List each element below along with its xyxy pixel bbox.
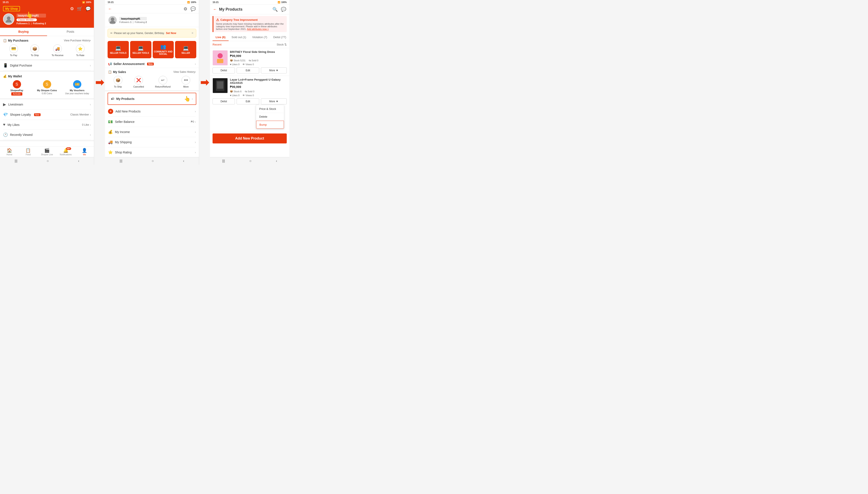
set-now-link[interactable]: Set Now [166,32,176,35]
sys-menu-icon[interactable]: ||| [11,158,22,164]
sys-back-icon-2[interactable]: ‹ [179,158,188,164]
sold-stat-1: 🛍 Sold 0 [249,59,258,62]
tab-live[interactable]: Live (6) [213,34,229,41]
chat-icon-2[interactable]: 💬 [191,6,196,12]
phone-2: 15:21 📶 100% ← ⚙ 💬 laaayshapping91 Follo… [105,0,199,165]
sort-recent-button[interactable]: Recent [213,43,221,46]
add-new-product-button[interactable]: Add New Product [213,133,287,144]
chat-icon[interactable]: 💬 [86,6,91,11]
my-wallet-section: 💰 My Wallet S ShopeePay Activate S My Sh… [0,72,94,99]
nav-shopee-live[interactable]: 🎬 Shopee Live [37,148,56,156]
shopee-coins-item[interactable]: S My Shopee Coins 0.00 Coins [33,80,61,96]
settings-icon-2[interactable]: ⚙ [183,6,187,12]
seller-announcement[interactable]: 📢 Seller Announcement New › [105,60,199,68]
view-sales-history-link[interactable]: View Sales History › [173,71,196,73]
add-icon: + [108,109,113,114]
more-sales-button[interactable]: ••• More [182,76,190,88]
delist-button-1[interactable]: Delist [213,68,235,73]
svg-rect-7 [217,81,223,89]
view-purchase-history-link[interactable]: View Purchase History › [64,39,91,42]
status-time-3: 15:21 [213,1,219,3]
seller-balance-item[interactable]: 💵 Seller Balance ₱0 › [108,117,196,127]
delist-button-2[interactable]: Delist [213,98,235,104]
to-ship-button[interactable]: 📦 To Ship [30,44,39,57]
member-badge: Classic Member › [17,18,37,21]
add-new-products-item[interactable]: + Add New Products › [108,106,196,117]
nav-me[interactable]: 👤 Me [75,148,94,156]
phone-1: 15:21 📶 100% My Shop ⚙ 🛒 💬 👆 laaayshappi… [0,0,94,165]
back-icon-3[interactable]: ← [213,7,217,12]
my-vouchers-item[interactable]: 🎫 My Vouchers Use your vouchers today [63,80,91,96]
bump-option[interactable]: Bump [256,121,284,129]
sys-home-icon[interactable]: ○ [42,158,53,164]
stock-stat-2: 📦 Stock 6 [230,90,241,93]
to-rate-button[interactable]: ⭐ To Rate [76,44,85,57]
tool-card-1[interactable]: 💻 SELLER TOOLS [108,41,129,58]
to-ship-icon: 📦 [30,44,39,53]
my-likes-item[interactable]: ♥ My Likes 0 Like › [3,120,91,130]
sort-stock-button[interactable]: Stock ⇅ [276,43,287,46]
products-icon: 🏷 [111,97,114,100]
sys-home-icon-3[interactable]: ○ [245,158,256,164]
my-shop-button[interactable]: My Shop [3,6,20,11]
nav-notifications[interactable]: 🔔 99+ Notifications [56,148,75,156]
more-button-1[interactable]: More ▼ [261,68,287,73]
recently-viewed-icon: 🕐 [3,132,8,137]
price-stock-option[interactable]: Price & Stock [256,105,284,113]
likes-icon-1: ♥ [230,63,231,65]
return-refund-button[interactable]: ↩ Return/Refund [155,76,171,88]
delete-option[interactable]: Delete [256,113,284,121]
back-icon[interactable]: ← [108,7,112,11]
nav-home[interactable]: 🏠 Home [0,148,19,156]
chat-icon-3[interactable]: 💬 [281,7,286,12]
sys-back-icon[interactable]: ‹ [74,158,84,164]
tool-card-4[interactable]: 💻 SELLER [175,41,196,58]
tab-delist[interactable]: Delist (77) [270,34,289,41]
more-button-2[interactable]: More ▼ [261,98,287,104]
search-icon[interactable]: 🔍 [272,7,278,12]
to-ship-sales-button[interactable]: 📦 To Ship [114,76,122,88]
to-pay-icon: 💳 [9,44,18,53]
home-icon: 🏠 [7,148,12,153]
edit-button-1[interactable]: Edit [237,68,259,73]
close-banner-button[interactable]: × [192,31,194,35]
cart-icon[interactable]: 🛒 [77,6,83,11]
digital-purchase-item[interactable]: 📱 Digital Purchase › [3,60,91,71]
tab-buying[interactable]: Buying [0,28,47,36]
add-attributes-link[interactable]: Add attributes now > [247,28,269,30]
recently-viewed-item[interactable]: 🕐 Recently Viewed › [3,130,91,140]
sys-home-icon-2[interactable]: ○ [147,158,158,164]
activate-button[interactable]: Activate [11,92,22,96]
profile-area: laaayshapping91 Classic Member › Followe… [0,14,94,28]
rating-icon: ⭐ [108,150,113,155]
tool-card-3[interactable]: 👥 COMMUNITY AND SOCIAL [153,41,174,58]
product-item-1: BRITNEY Floral Side String Dress ₱99,999… [210,48,289,76]
to-receive-button[interactable]: 🚚 To Receive [52,44,63,57]
my-income-item[interactable]: 💰 My Income › [108,127,196,137]
follower-info-2: Followers 1 | Following 2 [119,21,147,23]
shopeepay-item[interactable]: S ShopeePay Activate [3,80,31,96]
sold-stat-2: 🛍 Sold 0 [245,90,254,93]
sys-menu-icon-2[interactable]: ||| [115,158,127,164]
tab-posts[interactable]: Posts [47,28,94,36]
shopee-loyalty-item[interactable]: 💎 Shopee Loyalty New Classic Member › [3,110,91,120]
tool-icon-1: 💻 [115,45,121,51]
tab-sold-out[interactable]: Sold out (1) [229,34,249,41]
edit-button-2[interactable]: Edit [237,98,259,104]
to-rate-icon: ⭐ [76,44,85,53]
livestream-item[interactable]: ▶ Livestream › [3,99,91,110]
sys-menu-icon-3[interactable]: ||| [218,158,229,164]
svg-point-1 [111,18,114,21]
tab-violation[interactable]: Violation (7) [249,34,270,41]
my-shipping-item[interactable]: 🚚 My Shipping › [108,137,196,147]
sys-back-icon-3[interactable]: ‹ [272,158,281,164]
to-pay-button[interactable]: 💳 To Pay [9,44,18,57]
my-products-row[interactable]: 🏷 My Products 👆 › [108,93,196,105]
tool-card-2[interactable]: 💻 SELLER TOOLS [130,41,151,58]
nav-feed[interactable]: 📋 Feed [19,148,38,156]
views-icon-1: 👁 [242,63,245,65]
settings-icon[interactable]: ⚙ [70,6,74,11]
cancelled-button[interactable]: ❌ Cancelled [133,76,144,88]
shop-rating-item[interactable]: ⭐ Shop Rating › [108,147,196,157]
category-improvement-banner: ⚠ Category Tree Improvement Some product… [213,16,287,32]
